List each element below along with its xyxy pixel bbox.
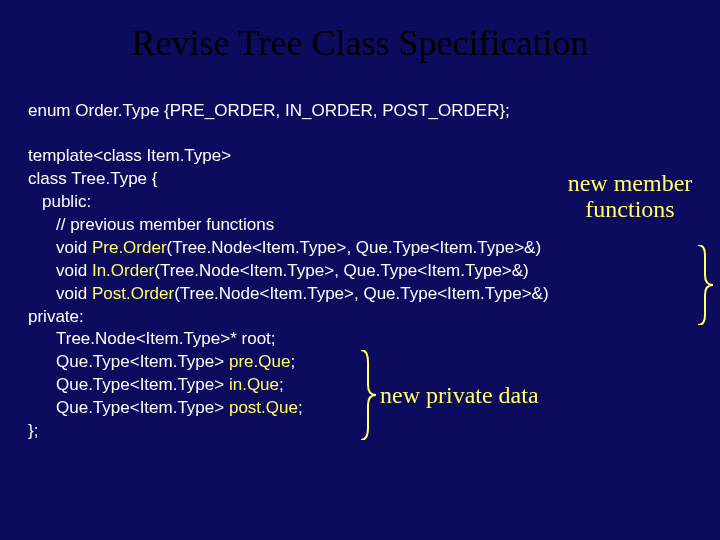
code-line: template<class Item.Type> (28, 145, 549, 168)
code-line: // previous member functions (28, 214, 549, 237)
enum-line: enum Order.Type {PRE_ORDER, IN_ORDER, PO… (28, 100, 549, 123)
code-line: Tree.Node<Item.Type>* root; (28, 328, 549, 351)
code-line: private: (28, 306, 549, 329)
code-line: void Post.Order(Tree.Node<Item.Type>, Qu… (28, 283, 549, 306)
code-line: void In.Order(Tree.Node<Item.Type>, Que.… (28, 260, 549, 283)
annotation-new-private: new private data (380, 382, 539, 408)
code-line: class Tree.Type { (28, 168, 549, 191)
code-line: void Pre.Order(Tree.Node<Item.Type>, Que… (28, 237, 549, 260)
code-line: Que.Type<Item.Type> pre.Que; (28, 351, 549, 374)
code-line: public: (28, 191, 549, 214)
brace-icon (695, 245, 715, 325)
brace-icon (358, 350, 378, 440)
annotation-new-members: new member functions (555, 170, 705, 223)
code-line: }; (28, 420, 549, 443)
slide-title: Revise Tree Class Specification (0, 0, 720, 64)
